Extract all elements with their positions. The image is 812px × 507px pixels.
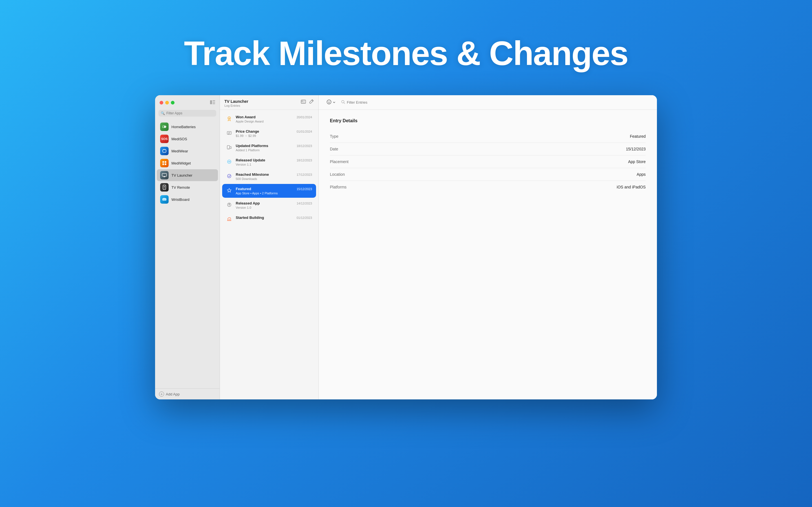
log-entry-title: Released App bbox=[236, 201, 293, 205]
homebatteries-label: HomeBatteries bbox=[171, 125, 196, 129]
svg-rect-16 bbox=[164, 176, 165, 177]
add-app-button[interactable]: + Add App bbox=[155, 388, 220, 399]
svg-rect-8 bbox=[163, 149, 164, 150]
sidebar-item-wristboard[interactable]: WristBoard bbox=[157, 193, 218, 205]
svg-rect-11 bbox=[165, 161, 166, 163]
log-entry-title: Reached Milestone bbox=[236, 172, 293, 177]
date-value: 15/12/2023 bbox=[626, 147, 646, 151]
detail-row-type: Type Featured bbox=[330, 130, 646, 143]
detail-body: Entry Details Type Featured Date 15/12/2… bbox=[319, 110, 657, 399]
log-entry-reached-milestone[interactable]: Reached Milestone 500 Downloads 17/12/20… bbox=[222, 170, 316, 183]
svg-point-47 bbox=[327, 100, 331, 104]
search-icon: 🔍 bbox=[161, 111, 165, 115]
filter-chevron-icon bbox=[333, 100, 336, 105]
page-title: Track Milestones & Changes bbox=[184, 34, 628, 73]
filter-button[interactable] bbox=[324, 98, 338, 107]
log-entry-title: Released Update bbox=[236, 158, 293, 162]
log-entry-date: 20/01/2024 bbox=[297, 115, 312, 119]
mediwidget-label: MediWidget bbox=[171, 161, 191, 165]
add-app-label: Add App bbox=[166, 392, 180, 396]
platforms-value: iOS and iPadOS bbox=[617, 185, 646, 189]
svg-rect-5 bbox=[166, 126, 166, 127]
sidebar-search-input[interactable] bbox=[158, 110, 216, 117]
log-entry-price-change[interactable]: Price Change $1.99 → $2.99 01/01/2024 bbox=[222, 126, 316, 140]
svg-point-40 bbox=[228, 149, 229, 149]
mediwear-label: MediWear bbox=[171, 149, 188, 153]
detail-row-placement: Placement App Store bbox=[330, 156, 646, 168]
platform-icon bbox=[226, 144, 232, 151]
svg-rect-22 bbox=[163, 198, 164, 198]
sidebar-item-homebatteries[interactable]: HomeBatteries bbox=[157, 121, 218, 133]
svg-point-18 bbox=[164, 186, 165, 187]
type-label: Type bbox=[330, 134, 386, 138]
log-entry-building-content: Started Building bbox=[236, 216, 293, 220]
log-entry-won-award-content: Won Award Apple Design Award bbox=[236, 115, 293, 123]
sidebar-item-tvlauncher[interactable]: TV Launcher bbox=[157, 169, 218, 181]
log-entry-date: 15/12/2023 bbox=[297, 187, 312, 191]
mediwidget-icon bbox=[160, 159, 168, 167]
medisos-label: MediSOS bbox=[171, 137, 187, 141]
maximize-button[interactable] bbox=[171, 101, 174, 105]
featured-icon bbox=[226, 187, 232, 193]
smiley-icon bbox=[326, 100, 332, 105]
add-app-plus-icon: + bbox=[159, 392, 164, 397]
tvlauncher-icon bbox=[160, 171, 168, 179]
log-entry-subtitle: Version 1.1 bbox=[236, 163, 293, 166]
svg-rect-26 bbox=[165, 199, 166, 200]
log-entry-price-change-content: Price Change $1.99 → $2.99 bbox=[236, 129, 293, 137]
detail-panel: Entry Details Type Featured Date 15/12/2… bbox=[319, 95, 657, 399]
log-entry-date: 01/12/2023 bbox=[297, 216, 312, 219]
svg-rect-14 bbox=[162, 173, 167, 176]
homebatteries-icon bbox=[160, 122, 168, 131]
svg-rect-7 bbox=[163, 150, 166, 152]
close-button[interactable] bbox=[160, 101, 163, 105]
sidebar-item-mediwear[interactable]: MediWear bbox=[157, 145, 218, 157]
location-label: Location bbox=[330, 172, 386, 177]
svg-rect-13 bbox=[165, 163, 166, 165]
svg-rect-31 bbox=[303, 101, 305, 101]
svg-rect-24 bbox=[163, 199, 163, 200]
type-value: Featured bbox=[630, 134, 646, 138]
tvremote-icon bbox=[160, 183, 168, 191]
log-header: TV Launcher Log Entries bbox=[220, 95, 318, 110]
svg-rect-30 bbox=[302, 102, 305, 103]
sidebar-toggle-icon[interactable] bbox=[210, 100, 215, 106]
log-entry-updated-platforms[interactable]: Updated Platforms Added 1 Platform 18/12… bbox=[222, 141, 316, 155]
log-entry-featured[interactable]: Featured App Store • Apps • 2 Platforms … bbox=[222, 184, 316, 198]
sidebar-item-tvremote[interactable]: TV Remote bbox=[157, 181, 218, 193]
log-title-group: TV Launcher Log Entries bbox=[224, 99, 248, 107]
mediwear-icon bbox=[160, 147, 168, 155]
svg-point-49 bbox=[329, 101, 330, 102]
detail-search-icon bbox=[341, 100, 345, 105]
date-label: Date bbox=[330, 147, 386, 151]
log-entry-released-update[interactable]: Released Update Version 1.1 18/12/2023 bbox=[222, 155, 316, 169]
sidebar-item-mediwidget[interactable]: MediWidget bbox=[157, 157, 218, 169]
svg-line-51 bbox=[344, 103, 345, 104]
compose-icon[interactable] bbox=[309, 99, 314, 105]
tvremote-label: TV Remote bbox=[171, 185, 190, 189]
entry-details-title: Entry Details bbox=[330, 118, 646, 123]
log-entry-date: 01/01/2024 bbox=[297, 130, 312, 133]
export-icon[interactable] bbox=[301, 99, 306, 105]
building-icon bbox=[226, 216, 232, 222]
sidebar-item-medisos[interactable]: SOS MediSOS bbox=[157, 133, 218, 145]
log-entry-date: 18/12/2023 bbox=[297, 144, 312, 148]
detail-row-platforms: Platforms iOS and iPadOS bbox=[330, 181, 646, 193]
detail-search-input[interactable] bbox=[347, 100, 651, 105]
log-entry-update-content: Released Update Version 1.1 bbox=[236, 158, 293, 166]
minimize-button[interactable] bbox=[165, 101, 169, 105]
log-entries-list: Won Award Apple Design Award 20/01/2024 bbox=[220, 110, 318, 399]
log-entry-subtitle: 500 Downloads bbox=[236, 177, 293, 180]
log-entry-released-app[interactable]: Released App Version 1.0 14/12/2023 bbox=[222, 198, 316, 212]
log-entry-platforms-content: Updated Platforms Added 1 Platform bbox=[236, 144, 293, 152]
log-entry-date: 18/12/2023 bbox=[297, 159, 312, 162]
svg-rect-3 bbox=[213, 103, 215, 104]
svg-rect-19 bbox=[164, 188, 165, 188]
svg-rect-1 bbox=[213, 100, 215, 101]
log-entry-title: Price Change bbox=[236, 129, 293, 133]
log-entry-won-award[interactable]: Won Award Apple Design Award 20/01/2024 bbox=[222, 112, 316, 126]
detail-header bbox=[319, 95, 657, 110]
log-entry-subtitle: App Store • Apps • 2 Platforms bbox=[236, 191, 293, 195]
svg-rect-39 bbox=[230, 147, 232, 149]
log-entry-started-building[interactable]: Started Building 01/12/2023 bbox=[222, 213, 316, 225]
